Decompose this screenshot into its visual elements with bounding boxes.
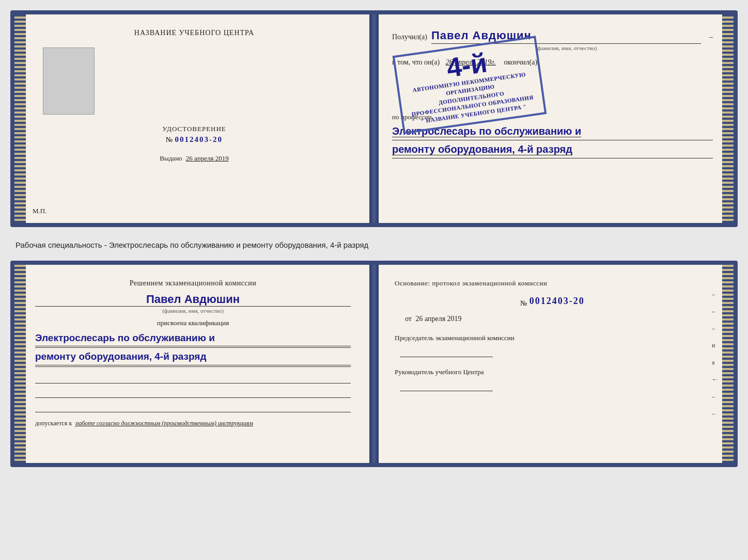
chairman-title: Председатель экзаменационной комиссии xyxy=(395,333,710,343)
head-sig-line xyxy=(400,381,493,391)
qual-label: присвоена квалификация xyxy=(35,319,351,327)
mp-label: М.П. xyxy=(33,207,46,215)
protocol-date-value: 26 апреля 2019 xyxy=(415,315,461,323)
allow-prefix: допускается к xyxy=(35,420,72,427)
mark-i: и xyxy=(712,342,718,349)
recipient-line: Получил(а) Павел Авдюшин (фамилия, имя, … xyxy=(392,29,713,51)
date-prefix: от xyxy=(405,315,412,323)
cert-label: УДОСТОВЕРЕНИЕ xyxy=(43,125,346,133)
recipient-name: Павел Авдюшин xyxy=(431,29,701,44)
bottom-document: Решением экзаменационной комиссии Павел … xyxy=(10,261,738,467)
top-left-panel: НАЗВАНИЕ УЧЕБНОГО ЦЕНТРА УДОСТОВЕРЕНИЕ №… xyxy=(14,14,366,223)
right-edge-marks: – – – и а ← – – xyxy=(712,291,718,418)
dash-top: – xyxy=(709,33,713,41)
top-right-panel: Получил(а) Павел Авдюшин (фамилия, имя, … xyxy=(366,14,734,223)
protocol-number-prefix: № xyxy=(520,299,527,308)
bottom-left-panel: Решением экзаменационной комиссии Павел … xyxy=(14,265,369,463)
chairman-block: Председатель экзаменационной комиссии xyxy=(395,333,710,357)
cert-number: 0012403-20 xyxy=(175,135,223,144)
head-title: Руководитель учебного Центра xyxy=(395,367,710,377)
bottom-right-panel: Основание: протокол экзаменационной коми… xyxy=(369,265,734,463)
mark-arrow: ← xyxy=(712,376,718,383)
received-label: Получил(а) xyxy=(392,33,427,41)
top-document: НАЗВАНИЕ УЧЕБНОГО ЦЕНТРА УДОСТОВЕРЕНИЕ №… xyxy=(10,10,738,227)
bottom-fio-hint: (фамилия, имя, отчество) xyxy=(35,308,351,314)
profession-line2: ремонту оборудования, 4-й разряд xyxy=(392,143,572,155)
qual-line2: ремонту оборудования, 4-й разряд xyxy=(35,349,351,365)
qual-line1: Электрослесарь по обслуживанию и xyxy=(35,330,351,346)
chairman-sig-line xyxy=(400,347,493,357)
sig-line-1 xyxy=(35,373,351,383)
mark-4: – xyxy=(712,393,718,401)
training-center-title-top: НАЗВАНИЕ УЧЕБНОГО ЦЕНТРА xyxy=(43,29,346,37)
page-wrapper: НАЗВАНИЕ УЧЕБНОГО ЦЕНТРА УДОСТОВЕРЕНИЕ №… xyxy=(10,10,738,467)
annotation-text: Рабочая специальность - Электрослесарь п… xyxy=(10,236,738,251)
mark-5: – xyxy=(712,410,718,418)
cert-number-prefix: № xyxy=(166,136,173,144)
spine xyxy=(369,14,379,223)
mark-a: а xyxy=(712,359,718,366)
sig-line-3 xyxy=(35,402,351,412)
protocol-number: 0012403-20 xyxy=(529,296,585,307)
head-block: Руководитель учебного Центра xyxy=(395,367,710,391)
commission-title: Решением экзаменационной комиссии xyxy=(35,279,351,287)
mark-1: – xyxy=(712,291,718,298)
basis-title: Основание: протокол экзаменационной коми… xyxy=(395,279,710,287)
allow-text: допускается к работе согласно должностны… xyxy=(35,420,351,427)
sig-line-2 xyxy=(35,388,351,398)
issued-label: Выдано xyxy=(160,154,182,162)
issued-line: Выдано 26 апреля 2019 xyxy=(43,154,346,163)
mark-3: – xyxy=(712,325,718,332)
protocol-date: от 26 апреля 2019 xyxy=(405,315,710,323)
allow-value: работе согласно должностным (производств… xyxy=(75,420,253,427)
mark-2: – xyxy=(712,308,718,315)
bottom-spine xyxy=(369,265,379,463)
issued-date: 26 апреля 2019 xyxy=(186,154,229,162)
bottom-person-name: Павел Авдюшин xyxy=(35,293,351,307)
photo-placeholder xyxy=(43,47,95,115)
